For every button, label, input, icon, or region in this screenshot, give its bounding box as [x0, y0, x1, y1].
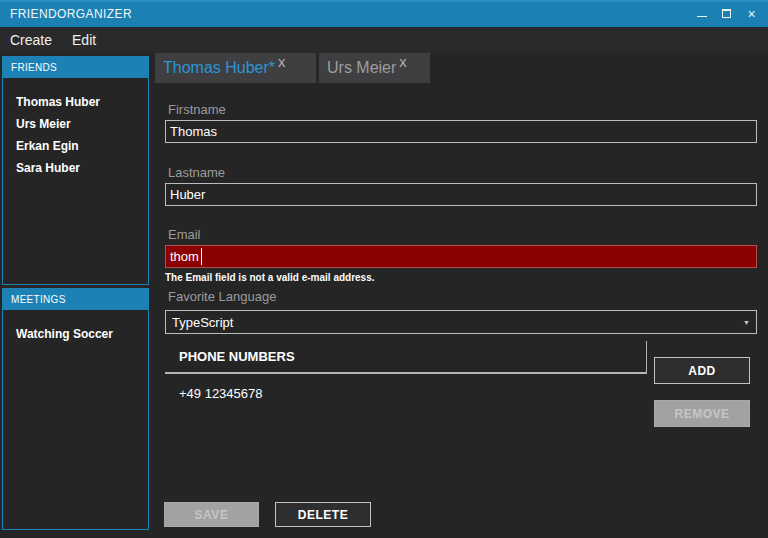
lastname-label: Lastname	[168, 165, 225, 181]
menu-create[interactable]: Create	[0, 27, 62, 53]
text-caret	[201, 248, 202, 265]
tab-label: Thomas Huber*	[163, 59, 275, 77]
tab-thomas-huber[interactable]: Thomas Huber* X	[155, 53, 316, 83]
firstname-label: Firstname	[168, 102, 226, 118]
friend-list-item[interactable]: Thomas Huber	[3, 91, 148, 113]
favorite-language-select[interactable]: TypeScript ▼	[165, 310, 757, 334]
close-icon: ×	[747, 7, 755, 21]
friends-list: Thomas Huber Urs Meier Erkan Egin Sara H…	[3, 78, 148, 179]
email-validation-error: The Email field is not a valid e-mail ad…	[165, 272, 375, 283]
friends-panel-header: FRIENDS	[3, 57, 148, 78]
minimize-icon	[697, 16, 707, 17]
maximize-button[interactable]	[714, 0, 739, 27]
app-title: FRIENDORGANIZER	[10, 7, 132, 21]
title-bar: FRIENDORGANIZER ×	[0, 0, 768, 27]
meetings-list: Watching Soccer	[3, 310, 148, 345]
meetings-panel-header: MEETINGS	[3, 289, 148, 310]
maximize-icon	[722, 9, 731, 18]
tab-label: Urs Meier	[327, 59, 396, 77]
tab-urs-meier[interactable]: Urs Meier X	[319, 53, 430, 83]
email-input[interactable]	[165, 245, 757, 268]
friend-list-item[interactable]: Sara Huber	[3, 157, 148, 179]
menu-bar: Create Edit	[0, 27, 768, 53]
email-label: Email	[168, 227, 201, 243]
phone-numbers-column-header[interactable]: PHONE NUMBERS	[165, 341, 647, 374]
friend-list-item[interactable]: Urs Meier	[3, 113, 148, 135]
friend-list-item[interactable]: Erkan Egin	[3, 135, 148, 157]
menu-edit[interactable]: Edit	[62, 27, 106, 53]
favorite-language-value: TypeScript	[172, 315, 743, 330]
meeting-list-item[interactable]: Watching Soccer	[3, 323, 148, 345]
window-controls: ×	[689, 0, 764, 27]
tab-close-icon[interactable]: X	[399, 57, 406, 69]
save-button[interactable]: SAVE	[164, 502, 259, 527]
meetings-panel: MEETINGS Watching Soccer	[2, 288, 149, 530]
lastname-input[interactable]	[165, 183, 757, 206]
minimize-button[interactable]	[689, 0, 714, 27]
phone-number-list-item[interactable]: +49 12345678	[165, 384, 647, 404]
close-button[interactable]: ×	[739, 0, 764, 27]
firstname-input[interactable]	[165, 120, 757, 143]
tab-close-icon[interactable]: X	[278, 57, 285, 69]
chevron-down-icon: ▼	[743, 319, 750, 326]
delete-button[interactable]: DELETE	[275, 502, 371, 527]
friends-panel: FRIENDS Thomas Huber Urs Meier Erkan Egi…	[2, 56, 149, 285]
favorite-language-label: Favorite Language	[168, 289, 276, 305]
add-phone-button[interactable]: ADD	[654, 357, 750, 384]
remove-phone-button[interactable]: REMOVE	[654, 400, 750, 427]
